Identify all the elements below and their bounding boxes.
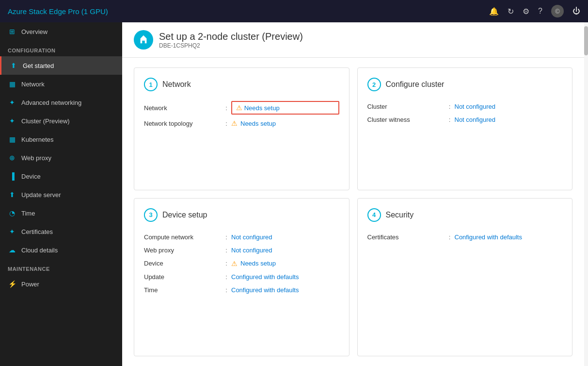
network-topology-label: Network topology: [144, 120, 222, 127]
cluster-witness-label: Cluster witness: [367, 116, 445, 123]
device-setup-title: Device setup: [162, 211, 207, 219]
web-proxy-link[interactable]: Not configured: [231, 247, 272, 254]
sidebar-item-cluster[interactable]: ✦ Cluster (Preview): [0, 112, 122, 130]
scrollbar[interactable]: [584, 22, 588, 366]
cluster-label: Cluster: [367, 103, 445, 110]
device-row: Device : ⚠ Needs setup: [144, 257, 339, 270]
network-topology-row: Network topology : ⚠ Needs setup: [144, 116, 339, 130]
compute-network-link[interactable]: Not configured: [231, 233, 272, 241]
network-topology-link[interactable]: Needs setup: [240, 120, 276, 127]
cloud-details-icon: ☁: [8, 246, 16, 254]
update-row: Update : Configured with defaults: [144, 270, 339, 283]
sidebar-label-time: Time: [21, 210, 35, 217]
network-topology-value: ⚠ Needs setup: [231, 119, 339, 127]
main-layout: ⊞ Overview CONFIGURATION ⬆ Get started ▦…: [0, 22, 588, 366]
sidebar-item-device[interactable]: ▐ Device: [0, 167, 122, 185]
network-card-title-row: 1 Network: [144, 78, 339, 91]
network-topology-warning-icon: ⚠: [231, 119, 238, 127]
network-row-highlighted: ⚠ Needs setup: [231, 101, 339, 115]
certificates-value: Configured with defaults: [455, 233, 563, 241]
web-proxy-row: Web proxy : Not configured: [144, 244, 339, 257]
page-header: Set up a 2-node cluster (Preview) DBE-1C…: [122, 22, 584, 58]
sidebar-label-kubernetes: Kubernetes: [21, 136, 54, 143]
certificates-row: Certificates : Configured with defaults: [367, 231, 563, 244]
sidebar-label-device: Device: [21, 173, 41, 180]
web-proxy-value: Not configured: [231, 247, 339, 254]
device-setup-card: 3 Device setup Compute network : Not con…: [134, 198, 350, 357]
network-icon: ▦: [8, 80, 16, 88]
sidebar-item-cloud-details[interactable]: ☁ Cloud details: [0, 241, 122, 259]
update-label: Update: [144, 273, 222, 281]
device-label: Device: [144, 260, 222, 267]
sidebar-item-kubernetes[interactable]: ▦ Kubernetes: [0, 130, 122, 149]
network-card: 1 Network Network : ⚠ Needs setup Networ…: [134, 67, 350, 190]
network-card-title: Network: [162, 80, 191, 89]
sidebar-item-get-started[interactable]: ⬆ Get started: [0, 56, 122, 75]
cards-grid: 1 Network Network : ⚠ Needs setup Networ…: [122, 58, 584, 366]
cluster-witness-value: Not configured: [455, 116, 563, 123]
page-subtitle: DBE-1CSPHQ2: [159, 42, 303, 49]
sidebar-item-overview[interactable]: ⊞ Overview: [0, 22, 122, 41]
advanced-networking-icon: ✦: [8, 98, 16, 107]
bell-icon[interactable]: 🔔: [489, 7, 499, 16]
security-card: 4 Security Certificates : Configured wit…: [357, 198, 573, 357]
device-warning-icon: ⚠: [231, 260, 238, 267]
web-proxy-label: Web proxy: [144, 247, 222, 254]
security-title: Security: [386, 211, 414, 219]
network-warning-icon: ⚠: [236, 104, 242, 112]
help-icon[interactable]: ?: [538, 7, 542, 16]
update-value: Configured with defaults: [231, 273, 339, 281]
copyright-icon[interactable]: ©: [551, 5, 564, 17]
device-value: ⚠ Needs setup: [231, 260, 339, 267]
sidebar-item-update-server[interactable]: ⬆ Update server: [0, 185, 122, 204]
refresh-icon[interactable]: ↻: [508, 7, 514, 16]
configure-cluster-number: 2: [367, 78, 381, 91]
sidebar-item-power[interactable]: ⚡ Power: [0, 275, 122, 293]
time-label: Time: [144, 286, 222, 294]
sidebar-item-certificates[interactable]: ✦ Certificates: [0, 222, 122, 241]
scrollbar-thumb[interactable]: [584, 26, 588, 55]
compute-network-row: Compute network : Not configured: [144, 231, 339, 244]
device-needs-setup-link[interactable]: Needs setup: [240, 260, 276, 267]
page-header-icon: [134, 30, 153, 50]
sidebar-label-web-proxy: Web proxy: [21, 154, 51, 162]
network-row-label: Network: [144, 104, 222, 112]
cluster-witness-link[interactable]: Not configured: [455, 116, 496, 123]
content-area: Set up a 2-node cluster (Preview) DBE-1C…: [122, 22, 584, 366]
sidebar-label-overview: Overview: [21, 28, 48, 35]
sidebar-item-time[interactable]: ◔ Time: [0, 204, 122, 222]
page-header-text: Set up a 2-node cluster (Preview) DBE-1C…: [159, 31, 303, 49]
configure-cluster-title-row: 2 Configure cluster: [367, 78, 563, 91]
sidebar-item-advanced-networking[interactable]: ✦ Advanced networking: [0, 93, 122, 112]
settings-icon[interactable]: ⚙: [523, 7, 529, 16]
network-topology-colon: :: [222, 120, 231, 127]
security-number: 4: [367, 208, 381, 222]
app-title: Azure Stack Edge Pro (1 GPU): [8, 7, 108, 16]
update-link[interactable]: Configured with defaults: [231, 273, 299, 281]
sidebar-label-update-server: Update server: [21, 191, 61, 199]
topbar-icons: 🔔 ↻ ⚙ ? © ⏻: [489, 5, 580, 17]
device-setup-number: 3: [144, 208, 158, 222]
sidebar-item-web-proxy[interactable]: ⊕ Web proxy: [0, 149, 122, 167]
certificates-link[interactable]: Configured with defaults: [455, 233, 522, 241]
device-setup-title-row: 3 Device setup: [144, 208, 339, 222]
cluster-link[interactable]: Not configured: [455, 103, 496, 110]
power-icon[interactable]: ⏻: [572, 7, 580, 16]
compute-network-value: Not configured: [231, 233, 339, 241]
sidebar-label-certificates: Certificates: [21, 228, 53, 235]
sidebar: ⊞ Overview CONFIGURATION ⬆ Get started ▦…: [0, 22, 122, 366]
sidebar-label-power: Power: [21, 281, 39, 288]
time-icon: ◔: [8, 209, 16, 217]
overview-icon: ⊞: [8, 27, 16, 36]
device-icon: ▐: [8, 172, 16, 181]
configure-cluster-card: 2 Configure cluster Cluster : Not config…: [357, 67, 573, 190]
network-needs-setup-link[interactable]: Needs setup: [244, 104, 280, 112]
cluster-witness-row: Cluster witness : Not configured: [367, 113, 563, 126]
sidebar-item-network[interactable]: ▦ Network: [0, 75, 122, 93]
configure-cluster-title: Configure cluster: [386, 80, 445, 89]
update-server-icon: ⬆: [8, 190, 16, 199]
time-row: Time : Configured with defaults: [144, 283, 339, 297]
cluster-row: Cluster : Not configured: [367, 100, 563, 113]
time-link[interactable]: Configured with defaults: [231, 286, 299, 294]
network-row-colon: :: [222, 104, 231, 112]
